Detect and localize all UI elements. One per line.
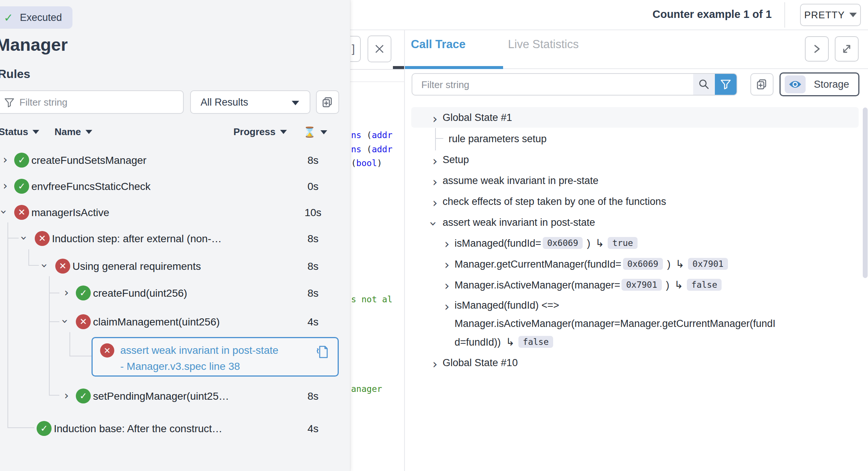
column-header-name[interactable]: Name <box>55 126 92 138</box>
chevron-right-icon[interactable]: › <box>3 180 7 191</box>
chevron-right-icon <box>812 43 822 54</box>
trace-row[interactable]: › Manager.getCurrentManager(fundId=0x606… <box>405 256 868 276</box>
rule-name[interactable]: claimManagement(uint256) <box>93 316 220 328</box>
code-line: anager <box>351 384 382 394</box>
storage-toggle-label: Storage <box>814 79 849 90</box>
column-header-duration[interactable]: ⌛ <box>303 126 327 138</box>
rule-time: 8s <box>299 261 327 272</box>
chevron-right-icon[interactable]: › <box>433 176 437 188</box>
chevron-right-icon[interactable]: › <box>444 280 449 292</box>
trace-call-line: isManaged(fundId) <=> <box>455 300 559 311</box>
selected-assert-node[interactable]: ✕ assert weak invariant in post-state - … <box>92 337 339 377</box>
funnel-icon <box>4 97 15 108</box>
rules-filter-placeholder: Filter string <box>19 97 68 108</box>
chevron-right-icon[interactable]: › <box>64 390 69 401</box>
trace-row[interactable]: › isManaged(fundId) <=> <box>405 297 868 318</box>
trace-row[interactable]: › Global State #1 <box>405 110 868 130</box>
chevron-right-icon[interactable]: › <box>444 259 449 271</box>
page-title: Manager <box>0 34 68 55</box>
check-icon: ✓ <box>4 11 13 24</box>
trace-row[interactable]: › Setup <box>405 152 868 172</box>
rule-name[interactable]: envfreeFuncsStaticCheck <box>31 181 151 193</box>
rule-row[interactable]: › ✕ Using general requirements 8s <box>0 258 350 276</box>
rule-name[interactable]: setPendingManager(uint25… <box>93 390 229 402</box>
rule-name[interactable]: Using general requirements <box>72 261 201 272</box>
storage-toggle[interactable]: Storage <box>779 72 859 96</box>
rule-row[interactable]: › ✓ createFund(uint256) 8s <box>0 285 350 303</box>
trace-row[interactable]: › Manager.isActiveManager(manager=0x7901… <box>405 277 868 297</box>
rule-row[interactable]: › ✓ createFundSetsManager 8s <box>0 152 350 170</box>
chevron-right-icon[interactable]: › <box>433 358 437 370</box>
trace-row[interactable]: › assume weak invariant in pre-state <box>405 173 868 193</box>
status-fail-icon: ✕ <box>55 259 70 274</box>
copy-plus-icon <box>756 78 768 91</box>
chevron-right-icon[interactable]: › <box>433 113 437 125</box>
close-button[interactable] <box>368 35 391 62</box>
chevron-down-icon[interactable]: › <box>39 263 50 268</box>
chevron-right-icon[interactable]: › <box>433 155 437 167</box>
chevron-right-icon[interactable]: › <box>433 197 437 209</box>
rule-row[interactable]: › ✕ claimManagement(uint256) 4s <box>0 314 350 331</box>
status-badge-label: Executed <box>20 12 62 24</box>
column-header-progress[interactable]: Progress <box>233 126 287 138</box>
funnel-icon <box>720 78 732 90</box>
status-badge: ✓ Executed <box>0 6 72 29</box>
trace-row[interactable]: › Global State #10 <box>405 355 868 375</box>
chevron-down-icon[interactable]: › <box>0 210 9 214</box>
trace-row[interactable]: › check effects of step taken by one of … <box>405 194 868 214</box>
trace-row: Manager.isActiveManager(manager=Manager.… <box>405 316 868 336</box>
trace-row[interactable]: › isManaged(fundId=0x6069 ) ↳true <box>405 235 868 255</box>
rule-name[interactable]: createFund(uint256) <box>93 287 187 299</box>
chevron-right-icon[interactable]: › <box>64 287 69 298</box>
section-title: Rules <box>0 67 30 81</box>
tab-call-trace[interactable]: Call Trace <box>411 38 465 51</box>
trace-label: Setup <box>443 154 469 166</box>
chevron-right-icon[interactable]: › <box>444 300 449 313</box>
trace-row[interactable]: › assert weak invariant in post-state <box>405 215 868 235</box>
code-line: (bool) <box>351 158 382 168</box>
rule-row[interactable]: › ✓ setPendingManager(uint25… 8s <box>0 388 350 406</box>
scrollbar-thumb[interactable] <box>863 107 868 278</box>
rule-name[interactable]: createFundSetsManager <box>31 155 146 166</box>
eye-icon <box>788 79 802 90</box>
status-fail-icon: ✕ <box>100 343 114 358</box>
trace-call: isManaged(fundId=0x6069 ) ↳true <box>455 237 639 249</box>
column-header-status[interactable]: Status <box>0 126 39 138</box>
rule-row[interactable]: › ✕ managerIsActive 10s <box>0 204 350 222</box>
status-pass-icon: ✓ <box>76 286 91 300</box>
sort-caret-icon <box>32 130 39 134</box>
format-selector-dropdown[interactable]: PRETTY <box>800 4 861 26</box>
rule-name[interactable]: managerIsActive <box>31 207 109 219</box>
chevron-right-icon[interactable]: › <box>444 238 449 250</box>
rule-name[interactable]: Induction base: After the construct… <box>54 423 222 435</box>
search-button[interactable] <box>693 74 715 95</box>
trace-filter-input[interactable]: Filter string <box>412 73 737 96</box>
divider <box>350 69 404 70</box>
sort-caret-icon <box>280 130 287 134</box>
chevron-down-icon[interactable]: › <box>59 319 71 324</box>
rule-row[interactable]: ✓ Induction base: After the construct… 4… <box>0 420 350 438</box>
filter-button[interactable] <box>715 74 737 95</box>
tab-live-statistics[interactable]: Live Statistics <box>508 38 579 51</box>
expand-icon <box>840 43 853 55</box>
rule-row[interactable]: › ✓ envfreeFuncsStaticCheck 0s <box>0 178 350 196</box>
assert-node-location: - Manager.v3.spec line 38 <box>120 361 240 372</box>
trace-row[interactable]: rule parameters setup <box>405 131 868 151</box>
chevron-right-icon[interactable]: › <box>3 154 7 165</box>
copy-rules-button[interactable] <box>316 90 339 114</box>
rule-row[interactable]: › ✕ Induction step: after external (non-… <box>0 230 350 248</box>
rule-time: 8s <box>299 233 327 245</box>
rules-filter-input[interactable]: Filter string <box>0 90 184 114</box>
rule-name[interactable]: Induction step: after external (non-… <box>52 233 221 245</box>
trace-label: rule parameters setup <box>449 133 547 145</box>
open-in-editor-button[interactable] <box>314 343 329 361</box>
copy-trace-button[interactable] <box>750 73 774 96</box>
chevron-down-icon[interactable]: › <box>18 236 30 240</box>
results-filter-dropdown[interactable]: All Results <box>190 90 310 114</box>
document-copy-icon <box>314 343 329 360</box>
rule-time: 4s <box>299 423 327 435</box>
expand-panel-button[interactable] <box>835 36 859 62</box>
chevron-down-icon[interactable]: › <box>427 221 440 226</box>
sort-caret-icon <box>86 130 92 134</box>
collapse-panel-button[interactable] <box>805 36 829 62</box>
